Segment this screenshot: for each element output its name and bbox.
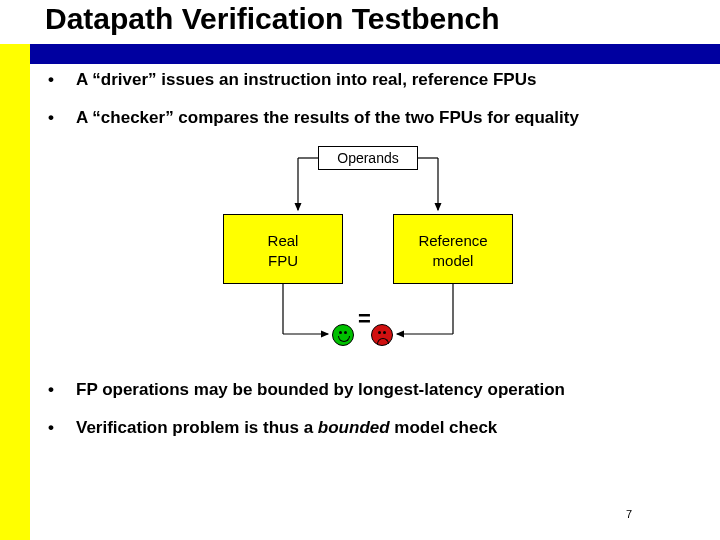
happy-face-icon [332, 324, 354, 346]
bullet-4: •Verification problem is thus a bounded … [48, 418, 698, 438]
title-area: Datapath Verification Testbench [0, 0, 720, 40]
bullet-3: •FP operations may be bounded by longest… [48, 380, 698, 400]
sad-face-icon [371, 324, 393, 346]
bullet-1-text: A “driver” issues an instruction into re… [76, 70, 536, 90]
bullet-4-post: model check [390, 418, 498, 437]
bullet-3-text: FP operations may be bounded by longest-… [76, 380, 565, 400]
reference-model-box: Reference model [393, 214, 513, 284]
bullet-1: •A “driver” issues an instruction into r… [48, 70, 698, 90]
page-title: Datapath Verification Testbench [45, 2, 500, 35]
real-fpu-l2: FPU [224, 251, 342, 271]
bullet-4-em: bounded [318, 418, 390, 437]
header-band [0, 44, 720, 64]
bullet-4-pre: Verification problem is thus a [76, 418, 318, 437]
operands-box: Operands [318, 146, 418, 170]
diagram-arrows [48, 146, 688, 366]
diagram: Operands Real FPU Reference model = [48, 146, 698, 366]
ref-l2: model [394, 251, 512, 271]
bullet-2-text: A “checker” compares the results of the … [76, 108, 579, 128]
bullet-2: •A “checker” compares the results of the… [48, 108, 698, 128]
equals-sign: = [358, 306, 371, 332]
content-area: •A “driver” issues an instruction into r… [48, 70, 698, 456]
ref-l1: Reference [394, 231, 512, 251]
real-fpu-box: Real FPU [223, 214, 343, 284]
page-number: 7 [626, 508, 632, 520]
real-fpu-l1: Real [224, 231, 342, 251]
side-accent [0, 44, 30, 540]
